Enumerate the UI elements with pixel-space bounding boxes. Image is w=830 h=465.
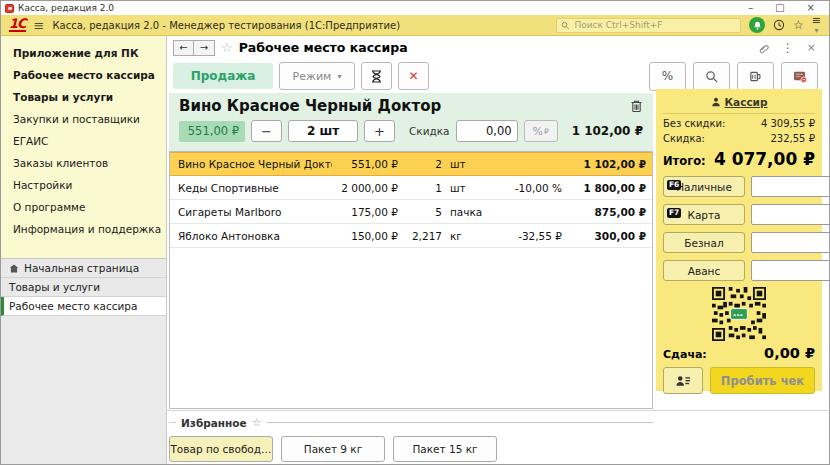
sidebar-item[interactable]: Приложение для ПК xyxy=(1,42,166,64)
history-button[interactable] xyxy=(773,19,785,31)
row-total: 1 800,00 ₽ xyxy=(562,182,646,194)
sidebar-item[interactable]: Настройки xyxy=(1,174,166,196)
fkey-badge: F7 xyxy=(667,208,681,218)
maximize-button[interactable]: □ xyxy=(775,3,784,13)
row-qty: 2 xyxy=(398,158,442,170)
discount-button[interactable]: % xyxy=(649,62,686,91)
discount-sum-label: Скидка: xyxy=(663,133,705,144)
current-item-panel: Вино Красное Черный Доктор 551,00 ₽ − 2 … xyxy=(169,93,653,151)
table-row[interactable]: Сигареты Marlboro175,00 ₽5пачка875,00 ₽ xyxy=(170,200,652,224)
payment-amount-input[interactable] xyxy=(751,204,830,225)
payment-panel: Кассир Без скидки: 4 309,55 ₽ Скидка: 23… xyxy=(656,89,822,391)
appbar: 1С ≡ Касса, редакция 2.0 - Менеджер тест… xyxy=(1,15,829,36)
search-input[interactable] xyxy=(572,19,736,31)
trash-icon xyxy=(630,99,643,113)
payment-button-карта[interactable]: F7Карта xyxy=(663,204,745,225)
payment-button-безнал[interactable]: Безнал xyxy=(663,232,745,253)
print-receipt-button[interactable]: Пробить чек xyxy=(710,367,815,394)
payment-row: Безнал xyxy=(663,232,815,253)
bell-icon xyxy=(753,21,762,30)
close-button[interactable]: × xyxy=(807,3,815,13)
postpone-receipt-button[interactable] xyxy=(361,62,392,90)
fkey-badge: F6 xyxy=(667,180,681,190)
main-menu-icon[interactable]: ≡ xyxy=(34,19,45,32)
cashier-row: Кассир xyxy=(663,94,815,114)
more-menu-icon[interactable]: ⋮ xyxy=(782,41,794,55)
payment-button-аванс[interactable]: Аванс xyxy=(663,260,745,281)
row-price: 150,00 ₽ xyxy=(332,230,398,242)
table-row[interactable]: Вино Красное Черный Доктор551,00 ₽2шт1 1… xyxy=(170,152,652,176)
sidebar: Приложение для ПКРабочее место кассираТо… xyxy=(1,36,167,464)
customer-button[interactable] xyxy=(663,367,703,394)
close-form-icon[interactable]: × xyxy=(807,41,816,54)
sidebar-item[interactable]: Рабочее место кассира xyxy=(1,64,166,86)
close-shift-button[interactable] xyxy=(781,62,818,91)
window-tab[interactable]: Рабочее место кассира xyxy=(1,297,166,316)
payment-amount-input[interactable] xyxy=(751,260,830,281)
cashier-link[interactable]: Кассир xyxy=(725,96,768,108)
person-list-icon xyxy=(676,375,691,387)
global-search[interactable] xyxy=(556,18,741,33)
payment-button-наличные[interactable]: F6Наличные xyxy=(663,176,745,197)
row-unit: пачка xyxy=(442,206,488,218)
row-name: Яблоко Антоновка xyxy=(176,230,332,242)
app-window: Касса, редакция 2.0 – □ × 1С ≡ Касса, ре… xyxy=(0,0,830,465)
magnifier-icon xyxy=(705,70,718,83)
row-discount: -10,00 % xyxy=(488,182,562,194)
payment-amount-input[interactable] xyxy=(751,176,830,197)
discount-unit-toggle[interactable]: %₽ xyxy=(524,120,558,142)
window-tab[interactable]: Начальная страница xyxy=(1,259,166,278)
qty-minus-button[interactable]: − xyxy=(251,120,282,142)
person-icon xyxy=(711,97,721,107)
search-icon xyxy=(561,21,569,30)
mode-dropdown-button[interactable]: Режим▾ xyxy=(279,62,355,90)
sidebar-item[interactable]: Товары и услуги xyxy=(1,86,166,108)
cancel-receipt-button[interactable]: ✕ xyxy=(398,62,429,90)
home-icon xyxy=(9,264,19,273)
row-qty: 5 xyxy=(398,206,442,218)
sidebar-item[interactable]: Информация и поддержка xyxy=(1,218,166,240)
functions-menu-button[interactable]: ≡▾ xyxy=(812,16,821,35)
cash-register-icon xyxy=(793,70,807,83)
sidebar-item[interactable]: Заказы клиентов xyxy=(1,152,166,174)
payment-row: F7Карта xyxy=(663,204,815,225)
sidebar-item[interactable]: О программе xyxy=(1,196,166,218)
app-title: Касса, редакция 2.0 - Менеджер тестирова… xyxy=(53,20,401,31)
favorite-product-button[interactable]: Пакет 15 кг xyxy=(393,436,497,462)
payment-row: Аванс xyxy=(663,260,815,281)
favorite-product-button[interactable]: Товар по свобод… xyxy=(169,436,273,462)
beer-mug-icon xyxy=(749,70,762,83)
window-tab[interactable]: Товары и услуги xyxy=(1,278,166,297)
search-product-button[interactable] xyxy=(693,62,730,91)
back-button[interactable]: ← xyxy=(173,40,194,56)
minimize-button[interactable]: – xyxy=(748,3,753,13)
payment-button-label: Аванс xyxy=(688,265,720,277)
forward-button[interactable]: → xyxy=(194,40,215,56)
table-row[interactable]: Яблоко Антоновка150,00 ₽2,217кг-32,55 ₽3… xyxy=(170,224,652,248)
egais-button[interactable] xyxy=(737,62,774,91)
row-price: 2 000,00 ₽ xyxy=(332,182,398,194)
qr-area xyxy=(663,287,815,341)
favorites-button[interactable]: ☆ xyxy=(793,19,804,31)
payment-button-label: Наличные xyxy=(676,181,732,193)
table-row[interactable]: Кеды Спортивные2 000,00 ₽1шт-10,00 %1 80… xyxy=(170,176,652,200)
sidebar-item[interactable]: Закупки и поставщики xyxy=(1,108,166,130)
window-tab-label: Начальная страница xyxy=(24,262,139,274)
link-icon[interactable] xyxy=(757,42,769,54)
row-total: 1 102,00 ₽ xyxy=(562,158,646,170)
qty-plus-button[interactable]: + xyxy=(364,120,395,142)
payment-amount-input[interactable] xyxy=(751,232,830,253)
favorite-star-icon[interactable]: ☆ xyxy=(221,40,233,55)
page-title: Рабочее место кассира xyxy=(239,40,408,55)
sidebar-item[interactable]: ЕГАИС xyxy=(1,130,166,152)
window-tab-label: Рабочее место кассира xyxy=(9,300,137,312)
discount-input[interactable] xyxy=(456,120,518,142)
window-title: Касса, редакция 2.0 xyxy=(18,3,114,13)
qty-value[interactable]: 2 шт xyxy=(288,120,358,142)
clock-icon xyxy=(773,19,785,31)
delete-item-button[interactable] xyxy=(630,99,643,113)
favorite-product-button[interactable]: Пакет 9 кг xyxy=(281,436,385,462)
no-discount-label: Без скидки: xyxy=(663,118,725,129)
row-qty: 1 xyxy=(398,182,442,194)
notifications-button[interactable] xyxy=(749,17,765,33)
